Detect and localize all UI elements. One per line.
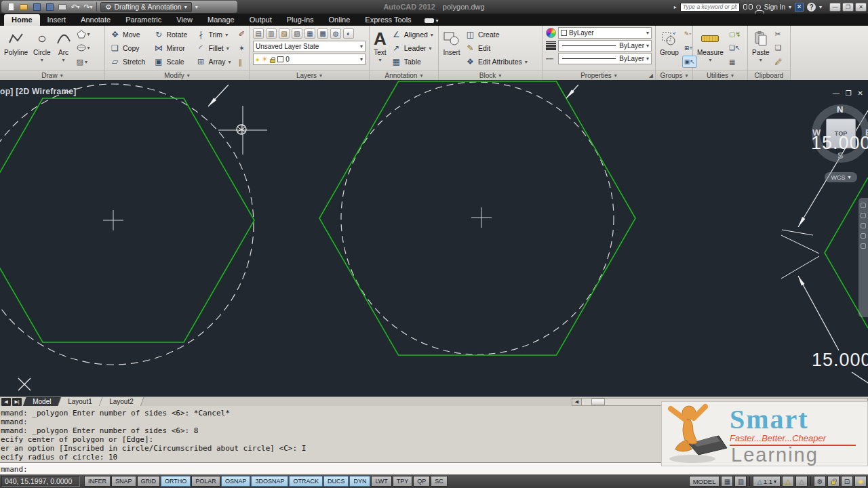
copy-clip-button[interactable]: ❏ bbox=[773, 42, 785, 54]
tab-manage[interactable]: Manage bbox=[200, 14, 242, 26]
create-block-button[interactable]: ◫Create bbox=[464, 28, 540, 41]
move-button[interactable]: ✥Move bbox=[108, 28, 148, 41]
toggle-3dosnap[interactable]: 3DOSNAP bbox=[251, 476, 288, 487]
layer-state-dropdown[interactable]: Unsaved Layer State▾ bbox=[253, 41, 366, 52]
search-arrow-icon[interactable]: ▸ bbox=[674, 4, 677, 10]
search-input[interactable] bbox=[680, 3, 740, 12]
quick-view-layouts-icon[interactable]: ▥ bbox=[734, 476, 747, 487]
toggle-otrack[interactable]: OTRACK bbox=[289, 476, 323, 487]
exchange-icon[interactable]: ✕ bbox=[795, 3, 804, 12]
edit-block-button[interactable]: ✎Edit bbox=[464, 41, 540, 55]
group-button[interactable]: Group bbox=[658, 27, 681, 68]
properties-dialog-launcher-icon[interactable]: ◢ bbox=[649, 73, 653, 79]
drawing-canvas[interactable]: op] [2D Wireframe] — ❐ ✕ N W S E TOP WCS… bbox=[0, 80, 868, 396]
hatch-button[interactable]: ▨ ▾ bbox=[75, 56, 92, 68]
toggle-ducs[interactable]: DUCS bbox=[323, 476, 349, 487]
quick-calc-button[interactable]: ▦ bbox=[727, 56, 743, 68]
toggle-ortho[interactable]: ORTHO bbox=[161, 476, 191, 487]
toggle-sc[interactable]: SC bbox=[431, 476, 448, 487]
tab-insert[interactable]: Insert bbox=[40, 14, 74, 26]
rotate-button[interactable]: ↻Rotate bbox=[152, 28, 190, 41]
tab-parametric[interactable]: Parametric bbox=[118, 14, 169, 26]
sign-in-link[interactable]: Sign In bbox=[764, 3, 785, 11]
toggle-grid[interactable]: GRID bbox=[137, 476, 161, 487]
autoscale-icon[interactable]: △ bbox=[795, 476, 808, 487]
tab-layout2[interactable]: Layout2 bbox=[99, 397, 144, 407]
layer-walk-icon[interactable]: ◐ bbox=[343, 28, 354, 39]
tab-home[interactable]: Home bbox=[4, 14, 40, 26]
block-panel-label[interactable]: Block▾ bbox=[439, 70, 542, 80]
viewport-window-controls[interactable]: — ❐ ✕ bbox=[833, 89, 865, 97]
ellipse-button[interactable]: ▾ bbox=[75, 42, 92, 54]
tab-annotate[interactable]: Annotate bbox=[73, 14, 118, 26]
offset-button[interactable]: ∥ bbox=[237, 56, 247, 68]
tab-model[interactable]: Model bbox=[22, 397, 61, 407]
leader-button[interactable]: ↗Leader▾ bbox=[390, 41, 436, 55]
scroll-left-icon[interactable]: ◀ bbox=[572, 399, 582, 405]
model-space-button[interactable]: MODEL bbox=[689, 476, 720, 487]
erase-button[interactable]: ✐ bbox=[237, 28, 247, 40]
mirror-button[interactable]: ⋈Mirror bbox=[152, 41, 190, 55]
quick-calc-select-button[interactable]: ❏↖ bbox=[727, 42, 743, 54]
tab-layout1[interactable]: Layout1 bbox=[58, 397, 103, 407]
close-icon[interactable]: ✕ bbox=[855, 3, 867, 12]
toolbar-lock-icon[interactable] bbox=[827, 476, 840, 487]
layer-match-icon[interactable]: ▥ bbox=[266, 28, 277, 39]
polygon-button[interactable]: ▾ bbox=[75, 28, 92, 40]
aligned-dimension-button[interactable]: ∠Aligned▾ bbox=[390, 28, 436, 41]
quick-select-button[interactable]: ▢↯ bbox=[727, 28, 743, 40]
fillet-button[interactable]: ◜Fillet▾ bbox=[195, 41, 234, 55]
draw-panel-label[interactable]: Draw▾ bbox=[0, 70, 104, 80]
object-color-icon[interactable] bbox=[546, 28, 556, 38]
scale-button[interactable]: ▣Scale bbox=[152, 55, 190, 68]
binoculars-icon[interactable] bbox=[743, 3, 753, 10]
measure-button[interactable]: Measure▾ bbox=[695, 27, 726, 68]
tab-output[interactable]: Output bbox=[242, 14, 279, 26]
help-icon[interactable]: ? bbox=[807, 3, 816, 12]
layer-lock-icon[interactable]: ◍ bbox=[330, 28, 341, 39]
layer-dropdown[interactable]: ● ☀ 0▾ bbox=[253, 54, 366, 65]
trim-button[interactable]: ∤Trim▾ bbox=[195, 28, 234, 41]
array-button[interactable]: ⊞Array▾ bbox=[195, 55, 234, 68]
restore-icon[interactable]: ❐ bbox=[842, 3, 854, 12]
toggle-lwt[interactable]: LWT bbox=[371, 476, 391, 487]
lineweight-dropdown[interactable]: ByLayer▾ bbox=[558, 40, 652, 52]
isolate-objects-icon[interactable]: ● bbox=[854, 476, 867, 487]
toggle-snap[interactable]: SNAP bbox=[111, 476, 136, 487]
modify-panel-label[interactable]: Modify▾ bbox=[105, 70, 249, 80]
ribbon-minimize-button[interactable]: ▾ bbox=[425, 18, 439, 24]
toggle-qp[interactable]: QP bbox=[413, 476, 430, 487]
polyline-button[interactable]: Polyline bbox=[2, 27, 30, 68]
annotation-scale-button[interactable]: △ 1:1 ▾ bbox=[753, 476, 781, 487]
toggle-osnap[interactable]: OSNAP bbox=[221, 476, 251, 487]
tab-express-tools[interactable]: Express Tools bbox=[357, 14, 418, 26]
layer-prev-icon[interactable]: ▨ bbox=[279, 28, 290, 39]
tab-nav-prev-icon[interactable]: ◀ bbox=[1, 398, 11, 406]
explode-button[interactable]: ✶ bbox=[237, 42, 247, 54]
chevron-down-icon[interactable]: ▾ bbox=[789, 4, 791, 10]
annotation-visibility-icon[interactable]: △ bbox=[782, 476, 794, 487]
stretch-button[interactable]: ▱Stretch bbox=[108, 55, 148, 68]
toggle-infer[interactable]: INFER bbox=[84, 476, 111, 487]
cut-button[interactable]: ✂ bbox=[773, 28, 785, 40]
groups-panel-label[interactable]: Groups▾ bbox=[656, 70, 692, 80]
match-properties-button[interactable]: 🖉 bbox=[773, 56, 785, 68]
layer-properties-icon[interactable]: ▤ bbox=[253, 28, 264, 39]
viewcube-north[interactable]: N bbox=[837, 104, 843, 115]
paste-button[interactable]: Paste▾ bbox=[750, 27, 772, 68]
toggle-polar[interactable]: POLAR bbox=[191, 476, 220, 487]
table-button[interactable]: ▦Table bbox=[390, 55, 436, 68]
coordinate-display[interactable]: 040, 15.1997, 0.0000 bbox=[1, 476, 80, 487]
minimize-icon[interactable]: — bbox=[829, 3, 841, 12]
color-dropdown[interactable]: ByLayer▾ bbox=[558, 27, 652, 39]
insert-block-button[interactable]: Insert bbox=[441, 27, 462, 69]
tab-online[interactable]: Online bbox=[321, 14, 358, 26]
scrollbar-thumb[interactable] bbox=[591, 399, 605, 405]
layer-isolate-icon[interactable]: ▧ bbox=[292, 28, 302, 39]
annotation-panel-label[interactable]: Annotation▾ bbox=[370, 70, 438, 80]
tab-plugins[interactable]: Plug-ins bbox=[279, 14, 321, 26]
linetype-dropdown[interactable]: ByLayer▾ bbox=[558, 53, 652, 64]
navigation-bar[interactable] bbox=[859, 198, 868, 317]
workspace-switching-icon[interactable]: ⚙ bbox=[814, 476, 826, 487]
layout-icon[interactable]: ▦ bbox=[721, 476, 733, 487]
